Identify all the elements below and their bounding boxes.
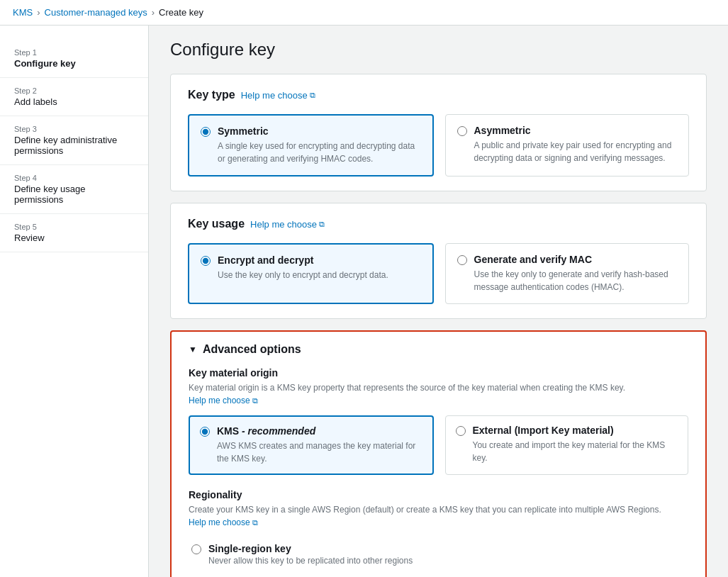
key-usage-mac-content: Generate and verify MAC Use the key only… bbox=[474, 254, 678, 293]
key-type-symmetric-option[interactable]: Symmetric A single key used for encrypti… bbox=[188, 114, 434, 177]
key-usage-help-link[interactable]: Help me choose ⧉ bbox=[250, 219, 325, 230]
key-type-asymmetric-content: Asymmetric A public and private key pair… bbox=[474, 125, 678, 164]
key-type-symmetric-radio[interactable] bbox=[201, 127, 211, 137]
asymmetric-desc: A public and private key pair used for e… bbox=[474, 139, 678, 164]
step-4-name: Define key usage permissions bbox=[14, 184, 134, 205]
sidebar-step-1[interactable]: Step 1 Configure key bbox=[0, 40, 148, 78]
step-3-name: Define key administrative permissions bbox=[14, 135, 134, 156]
sidebar-step-2[interactable]: Step 2 Add labels bbox=[0, 78, 148, 116]
advanced-options-title: Advanced options bbox=[203, 343, 301, 356]
step-2-label: Step 2 bbox=[14, 86, 134, 95]
key-usage-options: Encrypt and decrypt Use the key only to … bbox=[188, 243, 689, 304]
kms-desc: AWS KMS creates and manages the key mate… bbox=[217, 439, 422, 465]
key-usage-encrypt-option[interactable]: Encrypt and decrypt Use the key only to … bbox=[188, 243, 434, 304]
regionality-title: Regionality bbox=[189, 489, 688, 500]
key-material-kms-content: KMS - recommended AWS KMS creates and ma… bbox=[217, 425, 422, 465]
single-region-desc: Never allow this key to be replicated in… bbox=[208, 556, 413, 566]
external-desc: You create and import the key material f… bbox=[473, 439, 678, 464]
key-type-symmetric-content: Symmetric A single key used for encrypti… bbox=[218, 125, 421, 165]
key-material-external-content: External (Import Key material) You creat… bbox=[473, 425, 678, 464]
external-link-icon: ⧉ bbox=[310, 91, 315, 100]
mac-desc: Use the key only to generate and verify … bbox=[474, 268, 678, 293]
key-usage-external-icon: ⧉ bbox=[319, 220, 325, 229]
key-type-options: Symmetric A single key used for encrypti… bbox=[188, 114, 689, 177]
key-type-help-link[interactable]: Help me choose ⧉ bbox=[241, 90, 315, 101]
asymmetric-label: Asymmetric bbox=[474, 125, 678, 136]
key-type-header: Key type Help me choose ⧉ bbox=[188, 89, 689, 101]
breadcrumb-sep-1: › bbox=[37, 7, 40, 18]
page-title: Configure key bbox=[170, 40, 707, 60]
key-usage-encrypt-content: Encrypt and decrypt Use the key only to … bbox=[218, 254, 388, 281]
key-type-asymmetric-option[interactable]: Asymmetric A public and private key pair… bbox=[445, 114, 690, 177]
key-usage-mac-option[interactable]: Generate and verify MAC Use the key only… bbox=[445, 243, 690, 304]
step-3-label: Step 3 bbox=[14, 125, 134, 133]
step-1-name: Configure key bbox=[14, 58, 134, 69]
key-usage-title: Key usage bbox=[188, 218, 245, 230]
key-material-external-icon: ⧉ bbox=[252, 395, 258, 407]
key-type-card: Key type Help me choose ⧉ Symmetric A si… bbox=[170, 74, 707, 191]
key-material-origin-desc: Key material origin is a KMS key propert… bbox=[189, 381, 688, 407]
single-region-option[interactable]: Single-region key Never allow this key t… bbox=[189, 537, 688, 571]
key-material-help-link[interactable]: Help me choose ⧉ bbox=[189, 394, 258, 407]
step-5-name: Review bbox=[14, 233, 134, 243]
breadcrumb: KMS › Customer-managed keys › Create key bbox=[0, 0, 728, 26]
encrypt-label: Encrypt and decrypt bbox=[218, 254, 388, 266]
breadcrumb-cmk-link[interactable]: Customer-managed keys bbox=[45, 7, 147, 18]
main-content: Configure key Key type Help me choose ⧉ … bbox=[149, 26, 728, 577]
kms-label: KMS - recommended bbox=[217, 425, 422, 437]
sidebar-step-4[interactable]: Step 4 Define key usage permissions bbox=[0, 165, 148, 214]
key-usage-encrypt-radio[interactable] bbox=[201, 256, 211, 266]
breadcrumb-kms-link[interactable]: KMS bbox=[13, 7, 33, 18]
mac-label: Generate and verify MAC bbox=[474, 254, 678, 265]
regionality-help-link[interactable]: Help me choose ⧉ bbox=[189, 516, 258, 529]
step-1-label: Step 1 bbox=[14, 48, 134, 57]
single-region-radio[interactable] bbox=[191, 544, 201, 554]
regionality-options: Single-region key Never allow this key t… bbox=[189, 537, 688, 577]
advanced-options-header: ▼ Advanced options bbox=[189, 343, 688, 356]
breadcrumb-current: Create key bbox=[159, 7, 203, 18]
breadcrumb-sep-2: › bbox=[152, 7, 155, 18]
single-region-content: Single-region key Never allow this key t… bbox=[208, 543, 413, 566]
sidebar-step-3[interactable]: Step 3 Define key administrative permiss… bbox=[0, 116, 148, 165]
key-material-options: KMS - recommended AWS KMS creates and ma… bbox=[189, 415, 688, 475]
advanced-options-section: ▼ Advanced options Key material origin K… bbox=[170, 330, 707, 577]
regionality-section: Regionality Create your KMS key in a sin… bbox=[189, 489, 688, 577]
step-5-label: Step 5 bbox=[14, 223, 134, 231]
sidebar: Step 1 Configure key Step 2 Add labels S… bbox=[0, 26, 149, 577]
key-type-asymmetric-radio[interactable] bbox=[457, 126, 467, 136]
external-label: External (Import Key material) bbox=[473, 425, 678, 436]
symmetric-label: Symmetric bbox=[218, 125, 421, 137]
key-material-external-radio[interactable] bbox=[456, 426, 466, 436]
sidebar-step-5[interactable]: Step 5 Review bbox=[0, 214, 148, 252]
triangle-icon: ▼ bbox=[189, 344, 197, 354]
key-material-origin-section: Key material origin Key material origin … bbox=[189, 367, 688, 475]
symmetric-desc: A single key used for encrypting and dec… bbox=[218, 140, 421, 165]
key-material-kms-option[interactable]: KMS - recommended AWS KMS creates and ma… bbox=[189, 415, 434, 475]
regionality-desc: Create your KMS key in a single AWS Regi… bbox=[189, 503, 688, 529]
step-4-label: Step 4 bbox=[14, 174, 134, 182]
key-material-kms-radio[interactable] bbox=[200, 427, 210, 437]
key-material-origin-title: Key material origin bbox=[189, 367, 688, 379]
key-usage-card: Key usage Help me choose ⧉ Encrypt and d… bbox=[170, 203, 707, 319]
key-type-title: Key type bbox=[188, 89, 235, 101]
encrypt-desc: Use the key only to encrypt and decrypt … bbox=[218, 269, 388, 281]
key-usage-header: Key usage Help me choose ⧉ bbox=[188, 218, 689, 230]
regionality-external-icon: ⧉ bbox=[252, 517, 258, 529]
key-usage-mac-radio[interactable] bbox=[457, 255, 467, 265]
single-region-label: Single-region key bbox=[208, 543, 413, 554]
step-2-name: Add labels bbox=[14, 96, 134, 107]
key-material-external-option[interactable]: External (Import Key material) You creat… bbox=[445, 415, 689, 475]
